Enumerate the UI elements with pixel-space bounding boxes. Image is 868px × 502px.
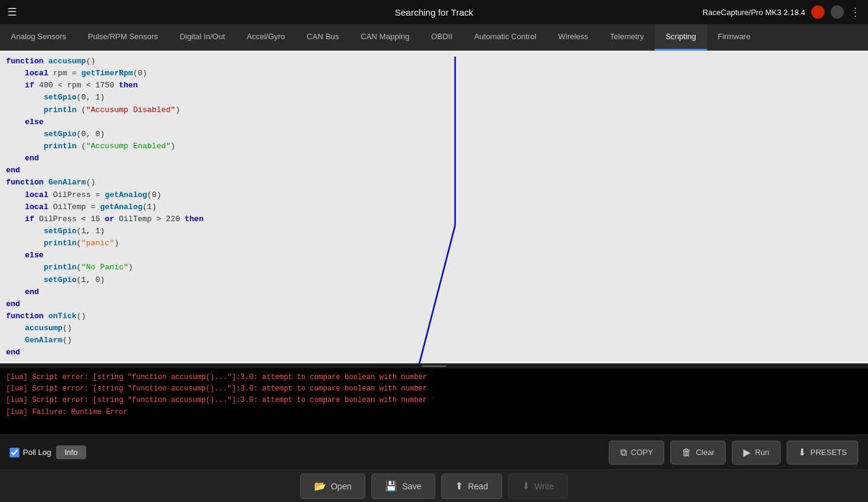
copy-label: COPY	[631, 448, 653, 457]
read-button[interactable]: ⬆ Read	[441, 474, 502, 499]
run-label: Run	[755, 448, 769, 457]
poll-log-area: Poll Log Info	[10, 445, 86, 459]
console-output: [lua] Script error: [string "function ac…	[0, 368, 868, 435]
nav-tab-accel-gyro[interactable]: Accel/Gyro	[236, 24, 296, 51]
read-icon: ⬆	[455, 480, 463, 492]
code-line-0: function accusump()	[6, 55, 862, 67]
save-button[interactable]: 💾 Save	[371, 474, 435, 499]
copy-icon: ⧉	[620, 447, 627, 458]
minimize-button[interactable]	[831, 5, 844, 19]
code-line-24: accusump()	[6, 322, 862, 334]
nav-tab-pulse-rpm[interactable]: Pulse/RPM Sensors	[77, 24, 169, 51]
poll-log-label: Poll Log	[23, 448, 51, 457]
code-line-15: setGpio(1, 1)	[6, 225, 862, 237]
presets-button[interactable]: ⬇ PRESETS	[787, 441, 858, 465]
code-line-9: end	[6, 165, 862, 177]
console-line-0: [lua] Script error: [string "function ac…	[6, 372, 862, 383]
code-line-26: end	[6, 347, 862, 359]
code-line-19: setGpio(1, 0)	[6, 274, 862, 286]
info-button[interactable]: Info	[56, 445, 86, 459]
code-line-23: function onTick()	[6, 310, 862, 322]
code-line-16: println("panic")	[6, 237, 862, 249]
copy-button[interactable]: ⧉ COPY	[609, 441, 665, 465]
title-bar-left: ☰	[7, 5, 17, 19]
code-line-12: local OilPress = getAnalog(0)	[6, 189, 862, 201]
open-icon: 📂	[314, 480, 326, 492]
hamburger-icon[interactable]: ☰	[7, 5, 17, 19]
nav-tab-automatic-control[interactable]: Automatic Control	[464, 24, 547, 51]
resize-handle[interactable]	[0, 363, 868, 368]
clear-label: Clear	[696, 448, 714, 457]
code-line-17: else	[6, 249, 862, 262]
nav-tab-digital-io[interactable]: Digital In/Out	[169, 24, 236, 51]
code-line-13: local OilTemp = getAnalog(1)	[6, 201, 862, 213]
code-line-6: setGpio(0, 0)	[6, 128, 862, 140]
console-line-3: [lua] Failure: Runtime Error	[6, 407, 862, 418]
nav-tab-firmware[interactable]: Firmware	[707, 24, 761, 51]
open-label: Open	[331, 482, 351, 491]
save-icon: 💾	[385, 480, 397, 492]
app-version: RaceCapture/Pro MK3 2.18.4	[702, 8, 805, 17]
code-line-7: println ("Accusump Enabled")	[6, 140, 862, 152]
code-editor[interactable]: function accusump() local rpm = getTimer…	[0, 51, 868, 363]
code-line-8: end	[6, 152, 862, 165]
code-line-5: else	[6, 116, 862, 128]
console-line-1: [lua] Script error: [string "function ac…	[6, 383, 862, 395]
write-icon: ⬇	[522, 480, 530, 492]
nav-tab-wireless[interactable]: Wireless	[547, 24, 599, 51]
nav-tab-telemetry[interactable]: Telemetry	[599, 24, 655, 51]
code-line-4: println ("Accusump Disabled")	[6, 104, 862, 116]
code-line-11: function GenAlarm()	[6, 177, 862, 189]
write-button[interactable]: ⬇ Write	[508, 474, 568, 499]
save-label: Save	[402, 482, 421, 491]
code-line-14: if OilPress < 15 or OilTemp > 220 then	[6, 213, 862, 225]
kebab-icon[interactable]: ⋮	[850, 5, 861, 19]
code-line-25: GenAlarm()	[6, 334, 862, 347]
code-line-1: local rpm = getTimerRpm(0)	[6, 67, 862, 80]
nav-tab-analog-sensors[interactable]: Analog Sensors	[0, 24, 77, 51]
console-line-2: [lua] Script error: [string "function ac…	[6, 395, 862, 406]
write-label: Write	[535, 482, 554, 491]
title-bar: ☰ Searching for Track RaceCapture/Pro MK…	[0, 0, 868, 24]
code-line-2: if 400 < rpm < 1750 then	[6, 80, 862, 92]
open-button[interactable]: 📂 Open	[300, 474, 365, 499]
presets-label: PRESETS	[810, 448, 847, 457]
clear-icon: 🗑	[682, 447, 691, 458]
nav-tab-can-bus[interactable]: CAN Bus	[296, 24, 350, 51]
code-line-18: println("No Panic")	[6, 262, 862, 274]
code-line-21: end	[6, 298, 862, 310]
action-bar: 📂 Open 💾 Save ⬆ Read ⬇ Write	[0, 469, 868, 502]
run-button[interactable]: ▶ Run	[732, 441, 781, 465]
run-icon: ▶	[743, 447, 750, 458]
poll-log-checkbox-area[interactable]: Poll Log	[10, 448, 51, 457]
clear-button[interactable]: 🗑 Clear	[670, 441, 726, 465]
code-line-3: setGpio(0, 1)	[6, 92, 862, 104]
title-bar-right: RaceCapture/Pro MK3 2.18.4 ⋮	[702, 5, 861, 19]
bottom-toolbar: Poll Log Info ⧉ COPY 🗑 Clear ▶ Run ⬇ PRE…	[0, 435, 868, 469]
presets-icon: ⬇	[798, 447, 806, 458]
app-title: Searching for Track	[395, 7, 473, 17]
poll-log-checkbox[interactable]	[10, 448, 19, 457]
nav-tab-obdii[interactable]: OBDII	[420, 24, 463, 51]
read-label: Read	[468, 482, 488, 491]
status-indicator	[811, 5, 825, 19]
nav-tab-scripting[interactable]: Scripting	[655, 24, 707, 51]
nav-tab-can-mapping[interactable]: CAN Mapping	[350, 24, 420, 51]
main-content: function accusump() local rpm = getTimer…	[0, 51, 868, 502]
code-line-20: end	[6, 286, 862, 298]
nav-tabs: Analog SensorsPulse/RPM SensorsDigital I…	[0, 24, 868, 51]
